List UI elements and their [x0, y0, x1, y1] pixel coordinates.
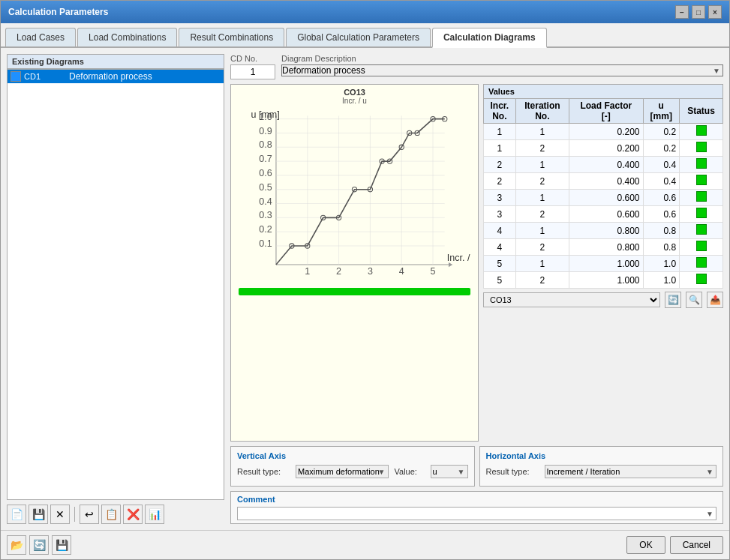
- tb-add-button[interactable]: 📄: [7, 505, 26, 524]
- vertical-value-label: Value:: [395, 467, 425, 476]
- horizontal-axis-section: Horizontal Axis Result type: Increment /…: [479, 446, 724, 487]
- cell-load: 0.200: [569, 124, 643, 140]
- tb-save-button[interactable]: 💾: [29, 505, 48, 524]
- co-select[interactable]: CO13: [483, 292, 660, 307]
- footer-open-button[interactable]: 📂: [7, 535, 26, 555]
- window-title: Calculation Parameters: [8, 7, 108, 17]
- minimize-button[interactable]: −: [675, 5, 689, 19]
- vertical-result-type-select[interactable]: Maximum deformation: [296, 465, 389, 478]
- chart-and-values: CO13 Incr. / u: [230, 84, 723, 442]
- tb-chart-button[interactable]: 📊: [145, 505, 164, 524]
- cell-iter: 1: [515, 190, 569, 206]
- vertical-result-type-label: Result type:: [237, 467, 290, 476]
- cell-iter: 2: [515, 272, 569, 289]
- right-panel: CD No. Diagram Description Deformation p…: [230, 54, 723, 524]
- cell-status: [680, 272, 723, 289]
- tb-undo-button[interactable]: ↩: [80, 505, 99, 524]
- footer-right: OK Cancel: [626, 536, 723, 554]
- cell-u: 1.0: [643, 272, 680, 289]
- cell-status: [680, 190, 723, 206]
- table-row: 5 1 1.000 1.0: [484, 256, 723, 272]
- cell-incr: 5: [484, 256, 516, 272]
- table-row: 1 1 0.200 0.2: [484, 124, 723, 140]
- tab-load-cases[interactable]: Load Cases: [5, 28, 76, 46]
- svg-text:0.2: 0.2: [259, 224, 272, 235]
- table-row: 4 2 0.800 0.8: [484, 239, 723, 256]
- tab-load-combinations[interactable]: Load Combinations: [77, 28, 177, 46]
- tab-global-calculation[interactable]: Global Calculation Parameters: [286, 28, 431, 46]
- chart-container: CO13 Incr. / u: [230, 84, 479, 442]
- comment-input[interactable]: [237, 507, 716, 520]
- col-iter: IterationNo.: [515, 99, 569, 124]
- cell-iter: 1: [515, 223, 569, 239]
- cell-incr: 2: [484, 157, 516, 173]
- cell-incr: 1: [484, 140, 516, 157]
- cell-iter: 2: [515, 239, 569, 256]
- cancel-button[interactable]: Cancel: [670, 536, 723, 554]
- svg-text:2: 2: [336, 266, 341, 277]
- diagram-desc-select[interactable]: Deformation process: [281, 64, 723, 76]
- values-table: Incr.No. IterationNo. Load Factor[-] u[m…: [483, 98, 723, 289]
- col-status: Status: [680, 99, 723, 124]
- cell-status: [680, 173, 723, 190]
- cell-status: [680, 239, 723, 256]
- values-section: Values Incr.No. IterationNo. Load Factor…: [483, 84, 723, 442]
- status-icon: [696, 224, 707, 235]
- comment-combo[interactable]: ▼: [237, 507, 716, 520]
- status-icon: [696, 257, 707, 268]
- footer-save2-button[interactable]: 💾: [52, 535, 71, 555]
- cell-u: 0.6: [643, 206, 680, 223]
- vertical-result-type-combo[interactable]: Maximum deformation ▼: [296, 465, 389, 478]
- vertical-value-combo[interactable]: u ▼: [431, 465, 468, 478]
- maximize-button[interactable]: □: [692, 5, 705, 19]
- tab-result-combinations[interactable]: Result Combinations: [179, 28, 284, 46]
- ok-button[interactable]: OK: [626, 536, 665, 554]
- values-header: Values: [483, 84, 723, 98]
- existing-diagrams-header: Existing Diagrams: [7, 54, 224, 69]
- chart-area: CO13 Incr. / u: [230, 84, 479, 442]
- comment-label: Comment: [237, 495, 716, 504]
- refresh-button[interactable]: 🔄: [665, 292, 681, 308]
- cell-load: 0.800: [569, 223, 643, 239]
- horizontal-result-type-combo[interactable]: Increment / Iteration ▼: [545, 465, 717, 478]
- status-icon: [696, 158, 707, 169]
- svg-text:0.4: 0.4: [259, 196, 272, 207]
- cell-load: 1.000: [569, 256, 643, 272]
- cell-iter: 2: [515, 140, 569, 157]
- comment-section: Comment ▼: [230, 491, 723, 524]
- vertical-value-select[interactable]: u: [431, 465, 468, 478]
- tb-copy-button[interactable]: 📋: [101, 505, 121, 524]
- status-icon: [696, 208, 707, 218]
- cd-no-input[interactable]: [230, 64, 275, 79]
- cell-incr: 3: [484, 206, 516, 223]
- svg-text:0.7: 0.7: [259, 154, 272, 164]
- svg-text:0.3: 0.3: [259, 210, 272, 220]
- export-button[interactable]: 📤: [707, 292, 723, 308]
- cell-iter: 2: [515, 206, 569, 223]
- cell-status: [680, 256, 723, 272]
- vertical-axis-title: Vertical Axis: [237, 451, 468, 460]
- horizontal-result-type-select[interactable]: Increment / Iteration: [545, 465, 717, 478]
- tb-remove-button[interactable]: ❌: [123, 505, 143, 524]
- cell-u: 1.0: [643, 256, 680, 272]
- tab-calculation-diagrams[interactable]: Calculation Diagrams: [432, 28, 547, 48]
- horizontal-axis-title: Horizontal Axis: [486, 451, 717, 460]
- svg-text:0.6: 0.6: [259, 168, 272, 178]
- search-button[interactable]: 🔍: [686, 292, 702, 308]
- chart-inner: 1.0 0.9 0.8 0.7 0.6 0.5 0.4 0.3 0.2 0.1: [239, 108, 470, 280]
- table-row: 1 2 0.200 0.2: [484, 140, 723, 157]
- status-icon: [696, 274, 707, 284]
- vertical-result-type-row: Result type: Maximum deformation ▼ Value…: [237, 465, 468, 478]
- main-content: Existing Diagrams CD1 Deformation proces…: [1, 48, 729, 530]
- diagram-desc-combo[interactable]: Deformation process ▼: [281, 64, 723, 76]
- diagram-row-cd1[interactable]: CD1 Deformation process: [8, 70, 224, 83]
- horizontal-result-type-label: Result type:: [486, 467, 539, 476]
- tb-delete-button[interactable]: ✕: [50, 505, 70, 524]
- footer: 📂 🔄 💾 OK Cancel: [1, 530, 729, 559]
- horizontal-result-type-row: Result type: Increment / Iteration ▼: [486, 465, 717, 478]
- diagram-desc-box: Diagram Description Deformation process …: [281, 54, 723, 76]
- chart-subtitle: Incr. / u: [231, 97, 478, 105]
- footer-reload-button[interactable]: 🔄: [29, 535, 49, 555]
- close-button[interactable]: ×: [708, 5, 722, 19]
- col-incr: Incr.No.: [484, 99, 516, 124]
